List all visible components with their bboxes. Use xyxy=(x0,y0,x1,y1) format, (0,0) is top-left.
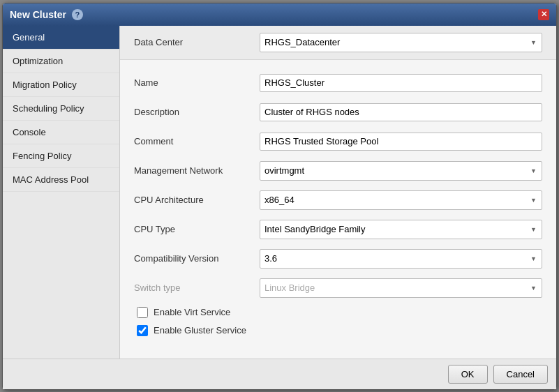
cpu-type-row: CPU Type Intel SandyBridge FamilyIntel N… xyxy=(134,219,542,240)
cpu-type-label: CPU Type xyxy=(134,224,260,234)
name-label: Name xyxy=(134,77,260,88)
cancel-button[interactable]: Cancel xyxy=(493,365,548,384)
ok-button[interactable]: OK xyxy=(448,365,488,384)
compatibility-version-label: Compatibility Version xyxy=(134,253,260,264)
compatibility-version-select[interactable]: 3.63.53.4 xyxy=(260,249,542,269)
compatibility-version-wrapper: 3.63.53.4 xyxy=(260,249,542,269)
sidebar-item-optimization[interactable]: Optimization xyxy=(3,50,119,73)
switch-type-wrapper: Linux BridgeOVS xyxy=(260,278,542,298)
cpu-architecture-wrapper: x86_64undefinedppc64 xyxy=(260,190,542,210)
compatibility-version-row: Compatibility Version 3.63.53.4 xyxy=(134,248,542,269)
enable-gluster-label: Enable Gluster Service xyxy=(154,325,246,336)
name-row: Name xyxy=(134,73,542,93)
dialog-title: New Cluster xyxy=(10,9,66,20)
description-label: Description xyxy=(134,107,260,117)
sidebar-item-migration-policy[interactable]: Migration Policy xyxy=(3,73,119,97)
comment-label: Comment xyxy=(134,136,260,146)
sidebar-item-fencing-policy[interactable]: Fencing Policy xyxy=(3,144,119,168)
management-network-row: Management Network ovirtmgmt xyxy=(134,160,542,181)
title-left: New Cluster ? xyxy=(10,9,83,20)
enable-gluster-checkbox[interactable] xyxy=(137,325,148,336)
enable-gluster-row: Enable Gluster Service xyxy=(134,325,542,336)
cpu-type-wrapper: Intel SandyBridge FamilyIntel Nehalem Fa… xyxy=(260,220,542,239)
cpu-architecture-select[interactable]: x86_64undefinedppc64 xyxy=(260,190,542,210)
sidebar: General Optimization Migration Policy Sc… xyxy=(3,26,120,359)
enable-virt-checkbox[interactable] xyxy=(137,307,148,318)
management-network-wrapper: ovirtmgmt xyxy=(260,161,542,181)
datacenter-select[interactable]: RHGS_Datacenter xyxy=(260,33,542,52)
cpu-architecture-row: CPU Architecture x86_64undefinedppc64 xyxy=(134,190,542,211)
enable-virt-label: Enable Virt Service xyxy=(154,307,230,317)
description-row: Description xyxy=(134,102,542,123)
cpu-type-select[interactable]: Intel SandyBridge FamilyIntel Nehalem Fa… xyxy=(260,220,542,239)
comment-row: Comment xyxy=(134,131,542,152)
switch-type-select[interactable]: Linux BridgeOVS xyxy=(260,278,542,298)
title-bar: New Cluster ? ✕ xyxy=(3,3,556,26)
sidebar-item-mac-address-pool[interactable]: MAC Address Pool xyxy=(3,168,119,192)
help-icon[interactable]: ? xyxy=(72,9,83,20)
sidebar-item-console[interactable]: Console xyxy=(3,121,119,144)
name-input[interactable] xyxy=(260,74,542,92)
enable-virt-row: Enable Virt Service xyxy=(134,307,542,318)
close-button[interactable]: ✕ xyxy=(538,9,549,20)
cpu-architecture-label: CPU Architecture xyxy=(134,195,260,205)
datacenter-row: Data Center RHGS_Datacenter xyxy=(120,26,556,60)
sidebar-item-scheduling-policy[interactable]: Scheduling Policy xyxy=(3,97,119,121)
datacenter-select-wrapper: RHGS_Datacenter xyxy=(260,33,542,52)
management-network-select[interactable]: ovirtmgmt xyxy=(260,161,542,181)
switch-type-row: Switch type Linux BridgeOVS xyxy=(134,278,542,299)
datacenter-label: Data Center xyxy=(134,37,260,47)
dialog-footer: OK Cancel xyxy=(3,359,556,389)
form-area: Data Center RHGS_Datacenter Name Descrip… xyxy=(120,26,556,359)
comment-input[interactable] xyxy=(260,133,542,151)
switch-type-label: Switch type xyxy=(134,282,260,293)
new-cluster-dialog: New Cluster ? ✕ General Optimization Mig… xyxy=(2,3,557,390)
main-content: General Optimization Migration Policy Sc… xyxy=(3,26,556,359)
sidebar-item-general[interactable]: General xyxy=(3,26,119,50)
description-input[interactable] xyxy=(260,103,542,121)
management-network-label: Management Network xyxy=(134,165,260,176)
